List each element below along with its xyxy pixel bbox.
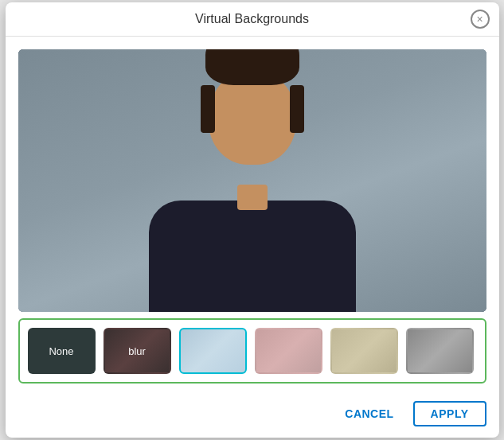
dialog-header: Virtual Backgrounds × <box>6 2 499 37</box>
close-button[interactable]: × <box>471 10 490 29</box>
bg-option-light-blue[interactable] <box>179 328 247 374</box>
video-placeholder <box>18 49 486 312</box>
bg-option-blur[interactable]: blur <box>104 328 171 374</box>
apply-button[interactable]: APPLY <box>413 401 486 426</box>
dialog-footer: CANCEL APPLY <box>6 393 499 438</box>
cancel-button[interactable]: CANCEL <box>332 401 406 426</box>
virtual-backgrounds-dialog: Virtual Backgrounds × None blur <box>6 2 499 438</box>
bg-option-none[interactable]: None <box>28 328 96 374</box>
video-preview <box>18 49 486 312</box>
background-options-strip: None blur <box>18 318 486 384</box>
bg-option-pink[interactable] <box>255 328 322 374</box>
bg-option-gray[interactable] <box>406 328 474 374</box>
dialog-title: Virtual Backgrounds <box>195 12 309 26</box>
bg-option-beige[interactable] <box>330 328 398 374</box>
